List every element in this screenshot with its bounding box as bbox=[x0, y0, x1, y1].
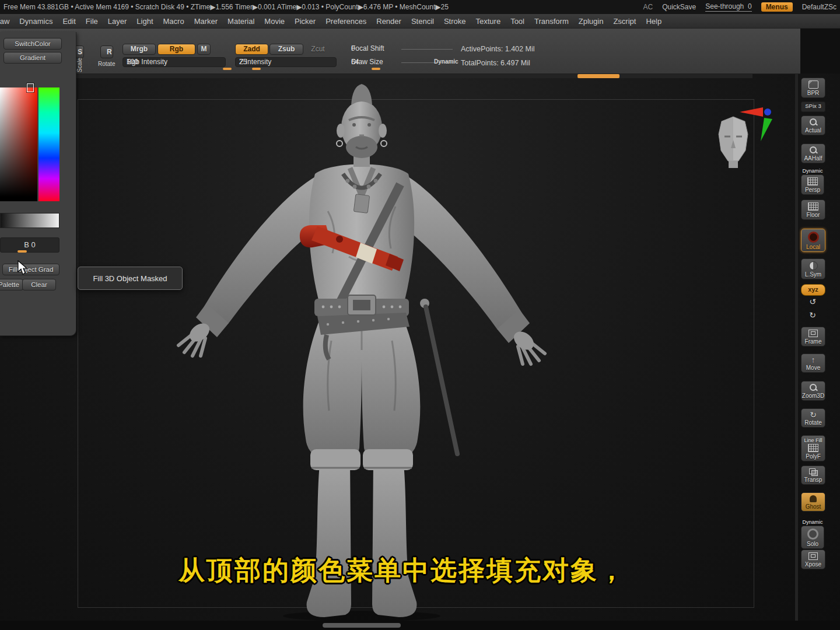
ghost-icon bbox=[810, 495, 817, 502]
floor-grid-icon bbox=[808, 202, 818, 211]
menu-transform[interactable]: Transform bbox=[534, 17, 569, 26]
zadd-button[interactable]: Zadd bbox=[235, 44, 268, 55]
quicksave-button[interactable]: QuickSave bbox=[662, 3, 696, 11]
menu-material[interactable]: Material bbox=[228, 17, 254, 26]
top-scroll-thumb[interactable] bbox=[578, 74, 620, 78]
viewport[interactable] bbox=[0, 74, 840, 621]
move-arrow-icon: ↑ bbox=[802, 356, 825, 365]
palette-button[interactable]: Palette bbox=[0, 279, 23, 290]
switchcolor-button[interactable]: SwitchColor bbox=[4, 38, 62, 50]
magnifier-icon bbox=[810, 118, 817, 126]
hue-strip[interactable] bbox=[38, 88, 60, 201]
menu-layer[interactable]: Layer bbox=[108, 17, 127, 26]
bottom-scroll-area bbox=[0, 621, 840, 630]
actual-button[interactable]: Actual bbox=[801, 116, 825, 135]
transp-button[interactable]: Transp bbox=[801, 466, 825, 485]
menu-draw[interactable]: Draw bbox=[0, 17, 9, 26]
fillobject-button[interactable]: FillObject Grad bbox=[2, 264, 60, 275]
top-scroll-track bbox=[76, 74, 752, 78]
persp-group: Dynamic Persp bbox=[801, 168, 824, 195]
color-panel: SwitchColor Gradient B 0 FillObject Grad… bbox=[0, 32, 76, 336]
color-picker-square[interactable] bbox=[0, 88, 37, 201]
rotate-view-button[interactable]: ↻ Rotate bbox=[801, 408, 825, 428]
polyf-button[interactable]: Line Fill PolyF bbox=[801, 435, 825, 461]
brightness-marker bbox=[18, 250, 27, 253]
scale-mode-label: Scale bbox=[76, 58, 83, 72]
menu-picker[interactable]: Picker bbox=[295, 17, 316, 26]
menu-preferences[interactable]: Preferences bbox=[326, 17, 366, 26]
menu-stroke[interactable]: Stroke bbox=[444, 17, 466, 26]
rgb-intensity-slider[interactable]: Rgb Intensity100 bbox=[123, 57, 226, 67]
ghost-button[interactable]: Ghost bbox=[801, 492, 825, 512]
z-intensity-marker bbox=[252, 68, 261, 70]
spix-slider[interactable]: SPix 3 bbox=[801, 102, 825, 112]
zbrush-window: Free Mem 43.881GB • Active Mem 4169 • Sc… bbox=[0, 0, 840, 630]
local-button[interactable]: Local bbox=[801, 229, 825, 252]
render-icon bbox=[808, 80, 818, 89]
persp-button[interactable]: Persp bbox=[801, 174, 824, 195]
status-bar: Free Mem 43.881GB • Active Mem 4169 • Sc… bbox=[0, 0, 840, 14]
total-points: TotalPoints: 6.497 Mil bbox=[461, 59, 530, 67]
zsub-button[interactable]: Zsub bbox=[270, 44, 303, 55]
color-picker-marker bbox=[27, 83, 34, 92]
magnifier-icon bbox=[810, 146, 817, 154]
character-model[interactable] bbox=[76, 82, 799, 621]
menu-movie[interactable]: Movie bbox=[264, 17, 285, 26]
z-intensity-slider[interactable]: Z Intensity25 bbox=[235, 57, 337, 67]
floor-button[interactable]: Floor bbox=[801, 200, 825, 220]
solo-icon bbox=[807, 528, 818, 540]
move-button[interactable]: ↑ Move bbox=[801, 354, 825, 373]
active-points: ActivePoints: 1.402 Mil bbox=[461, 45, 534, 53]
magnifier-icon bbox=[810, 384, 817, 391]
dynamic-label[interactable]: Dynamic bbox=[434, 58, 459, 65]
seethrough-slider[interactable]: See-through 0 bbox=[705, 2, 751, 12]
ac-label: AC bbox=[643, 3, 653, 11]
m-button[interactable]: M bbox=[197, 44, 211, 55]
menu-marker[interactable]: Marker bbox=[194, 17, 218, 26]
solo-button[interactable]: Solo bbox=[801, 526, 824, 549]
right-shelf: BPR SPix 3 Actual AAHalf Dynamic Persp F… bbox=[799, 74, 827, 630]
menu-dynamics[interactable]: Dynamics bbox=[19, 17, 52, 26]
menu-zplugin[interactable]: Zplugin bbox=[579, 17, 604, 26]
menu-texture[interactable]: Texture bbox=[476, 17, 501, 26]
rgb-button[interactable]: Rgb bbox=[158, 44, 195, 55]
menu-macro[interactable]: Macro bbox=[163, 17, 184, 26]
grayscale-bar[interactable] bbox=[0, 213, 60, 228]
rotate-ccw-icon: ↺ bbox=[801, 298, 824, 306]
mrgb-button[interactable]: Mrgb bbox=[123, 44, 156, 55]
spin-ccw-button[interactable]: ↺ bbox=[801, 298, 824, 306]
spin-cw-button[interactable]: ↻ bbox=[801, 311, 824, 320]
brightness-slider[interactable]: B 0 bbox=[0, 237, 60, 253]
menu-tool[interactable]: Tool bbox=[510, 17, 524, 26]
axis-indicator[interactable] bbox=[738, 103, 776, 144]
menu-edit[interactable]: Edit bbox=[62, 17, 75, 26]
zoom3d-button[interactable]: Zoom3D bbox=[801, 381, 825, 401]
rgb-intensity-marker bbox=[223, 68, 232, 70]
menu-zscript[interactable]: Zscript bbox=[613, 17, 636, 26]
menus-button[interactable]: Menus bbox=[761, 2, 793, 12]
clear-button[interactable]: Clear bbox=[22, 279, 56, 290]
xyz-toggle[interactable]: xyz bbox=[801, 284, 825, 296]
xpose-icon bbox=[808, 552, 818, 560]
menu-render[interactable]: Render bbox=[376, 17, 401, 26]
rotate-mode-button[interactable]: R bbox=[100, 46, 113, 58]
gradient-button[interactable]: Gradient bbox=[4, 52, 62, 64]
zcut-button[interactable]: Zcut bbox=[306, 44, 330, 55]
menu-stencil[interactable]: Stencil bbox=[411, 17, 434, 26]
subtitle-text: 从顶部的颜色菜单中选择填充对象， bbox=[0, 553, 805, 588]
frame-button[interactable]: Frame bbox=[801, 327, 825, 346]
bottom-scroll-thumb[interactable] bbox=[323, 623, 401, 628]
focal-shift-slider[interactable]: Focal Shift0 bbox=[347, 44, 456, 54]
config-label[interactable]: DefaultZSc bbox=[802, 3, 836, 11]
draw-size-marker bbox=[372, 68, 380, 70]
menu-light[interactable]: Light bbox=[136, 17, 153, 26]
menu-file[interactable]: File bbox=[86, 17, 98, 26]
aahalf-button[interactable]: AAHalf bbox=[801, 144, 825, 163]
local-pivot-icon bbox=[808, 232, 819, 243]
lsym-button[interactable]: L.Sym bbox=[801, 258, 825, 279]
perspective-grid-icon bbox=[807, 177, 818, 186]
memory-stats: Free Mem 43.881GB • Active Mem 4169 • Sc… bbox=[4, 3, 449, 11]
bpr-button[interactable]: BPR bbox=[801, 78, 825, 98]
frame-icon bbox=[808, 330, 818, 337]
menu-help[interactable]: Help bbox=[646, 17, 662, 26]
